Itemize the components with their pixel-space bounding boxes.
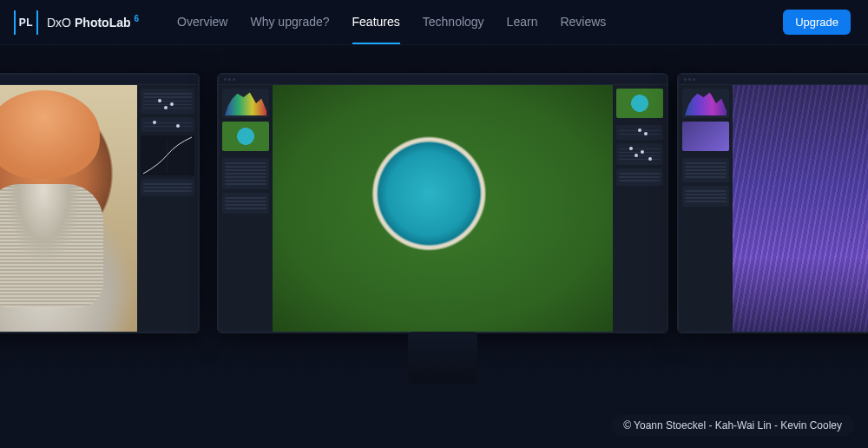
viewport-rocks: [733, 85, 868, 332]
aerial-image: [273, 85, 613, 332]
slider[interactable]: [143, 122, 192, 123]
photo-credit: © Yoann Stoeckel - Kah-Wai Lin - Kevin C…: [611, 415, 854, 436]
nav-link-why-upgrade[interactable]: Why upgrade?: [250, 1, 329, 44]
histogram-panel[interactable]: [222, 89, 269, 118]
app-titlebar: [0, 75, 198, 85]
logo-text: DxO PhotoLab 6: [47, 16, 139, 30]
slider[interactable]: [619, 130, 661, 131]
tone-curve[interactable]: [141, 135, 194, 175]
logo-badge: PL: [14, 10, 38, 35]
viewport-portrait: [0, 85, 137, 332]
logo-version: 6: [135, 14, 140, 23]
panel-section[interactable]: [616, 143, 663, 165]
thumbnail[interactable]: [616, 89, 663, 118]
slider[interactable]: [619, 152, 661, 153]
monitor-stand: [408, 332, 477, 384]
slider[interactable]: [143, 126, 192, 127]
nav-link-reviews[interactable]: Reviews: [560, 1, 606, 44]
left-palette: [219, 85, 273, 332]
slider[interactable]: [143, 104, 192, 105]
nav-links: Overview Why upgrade? Features Technolog…: [177, 1, 606, 44]
rocks-image: [733, 85, 868, 332]
portrait-image: [0, 85, 137, 332]
panel-section[interactable]: [616, 168, 663, 186]
panel-section[interactable]: [222, 158, 269, 189]
panel-section[interactable]: [141, 117, 194, 132]
right-palette: [137, 85, 198, 332]
panel-section[interactable]: [141, 89, 194, 114]
slider[interactable]: [619, 148, 661, 149]
panel-section[interactable]: [141, 179, 194, 196]
slider[interactable]: [619, 155, 661, 156]
app-titlebar: [679, 75, 868, 85]
viewport-aerial: [273, 85, 613, 332]
app-titlebar: [219, 75, 667, 85]
right-palette: [613, 85, 667, 332]
left-palette: [679, 85, 733, 332]
monitor-right: [677, 73, 868, 333]
logo-brand-prefix: DxO: [47, 16, 71, 30]
logo-brand-main: PhotoLab: [75, 16, 131, 30]
monitor-left: [0, 73, 200, 333]
thumbnail[interactable]: [682, 122, 729, 151]
feature-gallery: © Yoann Stoeckel - Kah-Wai Lin - Kevin C…: [0, 45, 868, 448]
product-logo[interactable]: PL DxO PhotoLab 6: [14, 10, 139, 35]
slider[interactable]: [143, 108, 192, 109]
thumbnail[interactable]: [222, 122, 269, 151]
nav-link-features[interactable]: Features: [352, 1, 400, 44]
monitor-center: [217, 73, 668, 333]
nav-link-overview[interactable]: Overview: [177, 1, 227, 44]
histogram-panel[interactable]: [682, 89, 729, 118]
panel-section[interactable]: [616, 125, 663, 140]
upgrade-button[interactable]: Upgrade: [783, 10, 851, 35]
panel-section[interactable]: [682, 186, 729, 207]
slider[interactable]: [619, 134, 661, 135]
panel-section[interactable]: [222, 193, 269, 214]
nav-link-technology[interactable]: Technology: [423, 1, 484, 44]
slider[interactable]: [143, 101, 192, 102]
nav-link-learn[interactable]: Learn: [507, 1, 538, 44]
slider[interactable]: [619, 159, 661, 160]
top-nav: PL DxO PhotoLab 6 Overview Why upgrade? …: [0, 0, 868, 45]
panel-section[interactable]: [682, 158, 729, 182]
